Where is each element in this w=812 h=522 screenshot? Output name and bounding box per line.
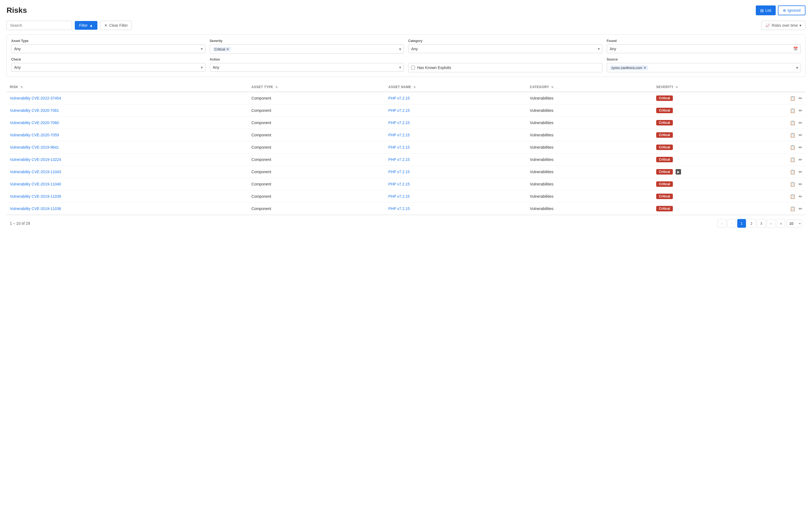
copy-icon[interactable]: 📋: [790, 133, 795, 138]
cell-category: Vulnerabilities: [527, 141, 653, 154]
cell-risk: Vulnerability CVE-2019-11043: [6, 166, 248, 178]
check-select-wrapper[interactable]: Any: [11, 63, 205, 72]
category-filter: Category Any: [408, 39, 602, 54]
col-asset-type[interactable]: ASSET TYPE ⇅: [248, 82, 385, 92]
source-tag-remove[interactable]: ✕: [643, 66, 647, 70]
edit-icon[interactable]: ✏: [799, 182, 802, 187]
clear-filter-button[interactable]: ✕ Clear Filter: [100, 21, 132, 30]
cell-row-actions: 📋 ✏: [784, 154, 806, 166]
asset-name-link[interactable]: PHP v7.2.15: [388, 194, 410, 199]
pagination-page-2[interactable]: 2: [747, 219, 756, 228]
edit-icon[interactable]: ✏: [799, 157, 802, 162]
copy-icon[interactable]: 📋: [790, 96, 795, 101]
cell-severity: Critical: [653, 203, 784, 215]
ignored-button[interactable]: ⊗ Ignored: [778, 5, 806, 15]
copy-icon[interactable]: 📋: [790, 194, 795, 199]
severity-tag-remove[interactable]: ✕: [226, 47, 229, 51]
risk-link[interactable]: Vulnerability CVE-2020-7061: [10, 108, 59, 113]
asset-name-link[interactable]: PHP v7.2.15: [388, 108, 410, 113]
check-filter: Check Any: [11, 58, 205, 72]
asset-type-filter: Asset Type Any: [11, 39, 205, 54]
edit-icon[interactable]: ✏: [799, 206, 802, 212]
check-select[interactable]: Any: [11, 63, 205, 72]
risk-link[interactable]: Vulnerability CVE-2019-11036: [10, 206, 61, 211]
asset-name-link[interactable]: PHP v7.2.15: [388, 206, 410, 211]
severity-select-wrapper[interactable]: Critical ✕: [210, 44, 404, 54]
risk-link[interactable]: Vulnerability CVE-2019-11043: [10, 169, 61, 174]
edit-icon[interactable]: ✏: [799, 96, 802, 101]
cell-category: Vulnerabilities: [527, 154, 653, 166]
pagination-next[interactable]: ›: [767, 219, 775, 228]
asset-name-link[interactable]: PHP v7.2.15: [388, 157, 410, 162]
edit-icon[interactable]: ✏: [799, 194, 802, 199]
risk-link[interactable]: Vulnerability CVE-2019-11040: [10, 182, 61, 186]
edit-icon[interactable]: ✏: [799, 145, 802, 150]
asset-type-select-wrapper[interactable]: Any: [11, 44, 205, 53]
list-button[interactable]: ▤ List: [756, 5, 776, 15]
source-select-wrapper[interactable]: zyrex.zanthora.com ✕ ▾: [607, 63, 801, 72]
per-page-select[interactable]: 10 25 50 100: [786, 220, 802, 227]
risks-chart-icon: 📈: [765, 23, 770, 27]
severity-select-inner[interactable]: Critical ✕: [210, 44, 404, 54]
edit-icon[interactable]: ✏: [799, 133, 802, 138]
cell-asset-type: Component: [248, 190, 385, 203]
asset-name-link[interactable]: PHP v7.2.15: [388, 145, 410, 149]
col-category[interactable]: CATEGORY ⇅: [527, 82, 653, 92]
filter-button[interactable]: Filter ▲: [75, 21, 97, 30]
pagination-page-1[interactable]: 1: [737, 219, 746, 228]
asset-type-select[interactable]: Any: [11, 44, 205, 53]
filter-row-1: Asset Type Any Severity Critical ✕: [11, 39, 801, 54]
col-risk[interactable]: RISK ⇅: [6, 82, 248, 92]
copy-icon[interactable]: 📋: [790, 108, 795, 113]
pagination-first[interactable]: «: [718, 219, 726, 228]
category-select-wrapper[interactable]: Any: [408, 44, 602, 53]
risk-link[interactable]: Vulnerability CVE-2020-7059: [10, 133, 59, 137]
edit-icon[interactable]: ✏: [799, 108, 802, 113]
cell-row-actions: 📋 ✏: [784, 178, 806, 190]
col-severity[interactable]: SEVERITY ⇅: [653, 82, 784, 92]
edit-icon[interactable]: ✏: [799, 169, 802, 175]
pagination-page-3[interactable]: 3: [757, 219, 766, 228]
asset-name-link[interactable]: PHP v7.2.15: [388, 182, 410, 186]
risks-over-time-button[interactable]: 📈 Risks over time ▾: [761, 21, 806, 30]
has-known-exploits-checkbox[interactable]: [411, 66, 415, 69]
row-actions: 📋 ✏: [787, 120, 802, 125]
search-input[interactable]: [6, 21, 72, 30]
copy-icon[interactable]: 📋: [790, 145, 795, 150]
table-row: Vulnerability CVE-2022-37454 Component P…: [6, 92, 806, 104]
found-select[interactable]: Any 📅: [607, 44, 801, 53]
risk-link[interactable]: Vulnerability CVE-2019-11039: [10, 194, 61, 199]
pagination-last[interactable]: »: [776, 219, 785, 228]
copy-icon[interactable]: 📋: [790, 206, 795, 212]
pagination-prev[interactable]: ‹: [728, 219, 736, 228]
row-actions: 📋 ✏: [787, 145, 802, 150]
action-select-wrapper[interactable]: Any: [210, 63, 404, 72]
per-page-wrapper[interactable]: 10 25 50 100: [786, 220, 802, 227]
edit-icon[interactable]: ✏: [799, 120, 802, 125]
copy-icon[interactable]: 📋: [790, 182, 795, 187]
asset-name-link[interactable]: PHP v7.2.15: [388, 121, 410, 125]
category-select[interactable]: Any: [408, 44, 602, 53]
risk-link[interactable]: Vulnerability CVE-2022-37454: [10, 96, 61, 100]
risk-link[interactable]: Vulnerability CVE-2019-9641: [10, 145, 59, 149]
col-asset-name[interactable]: ASSET NAME ⇅: [385, 82, 527, 92]
source-select-inner[interactable]: zyrex.zanthora.com ✕: [607, 63, 801, 72]
asset-name-link[interactable]: PHP v7.2.15: [388, 169, 410, 174]
copy-icon[interactable]: 📋: [790, 169, 795, 175]
action-label: Action: [210, 58, 404, 61]
cell-severity: Critical: [653, 178, 784, 190]
risk-link[interactable]: Vulnerability CVE-2020-7060: [10, 121, 59, 125]
copy-icon[interactable]: 📋: [790, 120, 795, 125]
risk-link[interactable]: Vulnerability CVE-2019-13224: [10, 157, 61, 162]
cell-category: Vulnerabilities: [527, 203, 653, 215]
cell-asset-name: PHP v7.2.15: [385, 190, 527, 203]
asset-name-link[interactable]: PHP v7.2.15: [388, 133, 410, 137]
cell-risk: Vulnerability CVE-2019-11039: [6, 190, 248, 203]
page-header: Risks ▤ List ⊗ Ignored: [6, 5, 806, 15]
action-select[interactable]: Any: [210, 63, 404, 72]
cell-risk: Vulnerability CVE-2019-13224: [6, 154, 248, 166]
asset-name-link[interactable]: PHP v7.2.15: [388, 96, 410, 100]
cell-risk: Vulnerability CVE-2020-7060: [6, 117, 248, 129]
exploit-badge[interactable]: ▶: [676, 169, 681, 175]
copy-icon[interactable]: 📋: [790, 157, 795, 162]
